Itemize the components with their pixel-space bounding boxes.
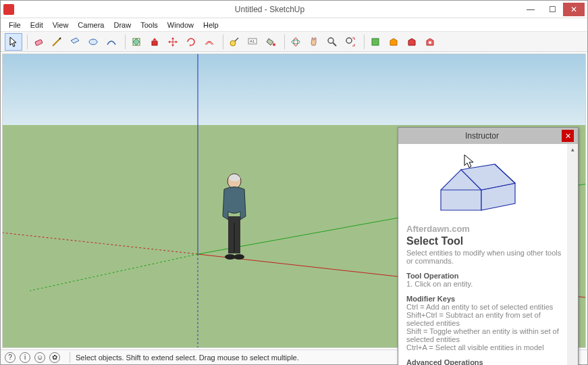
watermark: Afterdawn.com (406, 224, 563, 234)
instructor-scrollbar[interactable]: ▴ ▾ (567, 144, 578, 365)
geo-icon[interactable]: ✿ (49, 352, 60, 363)
tool-rectangle[interactable] (66, 33, 84, 51)
svg-line-23 (30, 254, 198, 291)
menu-file[interactable]: File (5, 20, 25, 30)
svg-rect-0 (35, 39, 43, 46)
minimize-button[interactable]: — (520, 3, 541, 16)
advanced-title: Advanced Operations (406, 358, 563, 365)
scroll-up-icon[interactable]: ▴ (567, 144, 578, 155)
menu-tools[interactable]: Tools (136, 20, 162, 30)
titlebar: Untitled - SketchUp — ☐ ✕ (1, 1, 587, 18)
modifier-1: Ctrl = Add an entity to set of selected … (406, 303, 563, 311)
tool-3d-warehouse[interactable] (367, 33, 384, 51)
instructor-panel: Instructor ✕ (398, 127, 579, 365)
app-window: Untitled - SketchUp — ☐ ✕ File Edit View… (0, 0, 588, 365)
tool-arc[interactable] (103, 33, 120, 51)
menubar: File Edit View Camera Draw Tools Window … (1, 18, 587, 32)
tool-pan[interactable] (305, 33, 323, 51)
svg-point-17 (429, 41, 431, 44)
scale-figure (212, 172, 259, 270)
svg-point-1 (89, 39, 97, 45)
tool-paint-bucket[interactable] (262, 33, 279, 51)
instructor-close-button[interactable]: ✕ (562, 130, 574, 142)
tool-make-component[interactable] (128, 33, 145, 51)
svg-rect-3 (152, 41, 157, 45)
info-icon[interactable]: i (20, 352, 30, 363)
tool-circle[interactable] (84, 33, 102, 51)
operation-title: Tool Operation (406, 272, 563, 280)
menu-draw[interactable]: Draw (109, 20, 135, 30)
tool-select[interactable] (5, 33, 22, 51)
svg-line-14 (333, 43, 336, 46)
tool-tape-measure[interactable] (225, 33, 243, 51)
svg-point-10 (273, 43, 275, 46)
modifier-4: Ctrl+A = Select all visible entities in … (406, 343, 563, 351)
svg-line-21 (3, 233, 198, 254)
svg-rect-16 (372, 39, 379, 45)
modifier-2: Shift+Ctrl = Subtract an entity from set… (406, 311, 563, 327)
svg-point-13 (328, 38, 333, 43)
tool-text[interactable]: A1 (244, 33, 261, 51)
instructor-title-label: Instructor (402, 131, 562, 141)
tool-rotate[interactable] (182, 33, 200, 51)
instructor-titlebar[interactable]: Instructor ✕ (398, 128, 578, 144)
svg-line-7 (235, 38, 238, 41)
menu-camera[interactable]: Camera (74, 20, 108, 30)
tool-line[interactable] (48, 33, 65, 51)
tool-share[interactable] (385, 33, 402, 51)
menu-help[interactable]: Help (199, 20, 223, 30)
svg-point-11 (292, 40, 300, 44)
viewport-container: Instructor ✕ (2, 53, 586, 348)
menu-view[interactable]: View (49, 20, 73, 30)
maximize-button[interactable]: ☐ (541, 3, 563, 16)
tool-move[interactable] (164, 33, 182, 51)
tool-zoom-extents[interactable] (342, 33, 359, 51)
tool-push-pull[interactable] (146, 33, 163, 51)
app-icon (3, 4, 14, 15)
viewport[interactable]: Instructor ✕ (3, 54, 585, 347)
toolbar: A1 (1, 32, 587, 52)
modifier-title: Modifier Keys (406, 295, 563, 303)
svg-point-12 (294, 38, 298, 46)
tool-orbit[interactable] (287, 33, 304, 51)
instructor-illustration (427, 149, 542, 217)
tool-offset[interactable] (201, 33, 218, 51)
tool-extensions[interactable] (421, 33, 439, 51)
svg-point-28 (234, 254, 244, 260)
menu-window[interactable]: Window (163, 20, 198, 30)
close-button[interactable]: ✕ (563, 3, 585, 16)
tool-zoom[interactable] (323, 33, 341, 51)
person-icon[interactable]: ☺ (34, 352, 45, 363)
modifier-3: Shift = Toggle whether an entity is with… (406, 327, 563, 343)
operation-item: 1. Click on an entity. (406, 280, 563, 288)
tool-eraser[interactable] (30, 33, 47, 51)
svg-point-15 (346, 38, 352, 43)
instructor-heading: Select Tool (406, 235, 563, 247)
help-icon[interactable]: ? (5, 352, 16, 363)
instructor-body: Afterdawn.com Select Tool Select entitie… (398, 144, 578, 365)
window-title: Untitled - SketchUp (20, 5, 520, 14)
instructor-subheading: Select entities to modify when using oth… (406, 249, 563, 265)
tool-layout[interactable] (403, 33, 421, 51)
svg-text:A1: A1 (250, 39, 255, 43)
status-message: Select objects. Shift to extend select. … (76, 354, 431, 362)
menu-edit[interactable]: Edit (26, 20, 47, 30)
svg-point-6 (230, 41, 236, 46)
